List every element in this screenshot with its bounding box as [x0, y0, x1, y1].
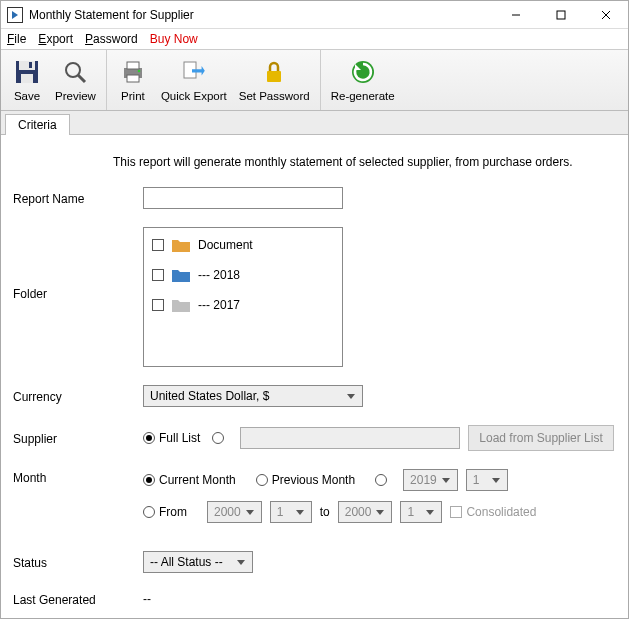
month-previous-option[interactable]: Previous Month	[256, 473, 355, 487]
row-supplier: Supplier Full List Load from Supplier Li…	[13, 425, 616, 451]
folder-item[interactable]: --- 2017	[152, 298, 334, 312]
consolidated-checkbox[interactable]	[450, 506, 462, 518]
radio-icon	[143, 506, 155, 518]
svg-rect-15	[267, 71, 281, 82]
load-supplier-label: Load from Supplier List	[479, 431, 602, 445]
window-controls	[493, 1, 628, 29]
radio-icon	[212, 432, 224, 444]
label-currency: Currency	[13, 388, 143, 404]
status-value: -- All Status --	[150, 555, 223, 569]
row-month: Month Current Month Previous Month 2019	[13, 469, 616, 533]
currency-select[interactable]: United States Dollar, $	[143, 385, 363, 407]
load-supplier-list-button[interactable]: Load from Supplier List	[468, 425, 613, 451]
window-title: Monthly Statement for Supplier	[29, 8, 493, 22]
month-year-value: 2019	[410, 473, 437, 487]
radio-icon	[256, 474, 268, 486]
month-from-label: From	[159, 505, 187, 519]
consolidated-option: Consolidated	[450, 505, 536, 519]
label-report-name: Report Name	[13, 190, 143, 206]
month-current-option[interactable]: Current Month	[143, 473, 236, 487]
menu-export[interactable]: Export	[38, 32, 73, 46]
month-mon-value: 1	[473, 473, 480, 487]
month-year-select[interactable]: 2019	[403, 469, 458, 491]
month-current-label: Current Month	[159, 473, 236, 487]
regenerate-label: Re-generate	[331, 90, 395, 102]
quick-export-label: Quick Export	[161, 90, 227, 102]
month-specific-option[interactable]	[375, 474, 391, 486]
tab-criteria[interactable]: Criteria	[5, 114, 70, 135]
menu-buy-now[interactable]: Buy Now	[150, 32, 198, 46]
menu-file[interactable]: File	[7, 32, 26, 46]
folder-checkbox[interactable]	[152, 269, 164, 281]
export-icon	[178, 56, 210, 88]
regenerate-button[interactable]: Re-generate	[325, 50, 401, 110]
maximize-button[interactable]	[538, 1, 583, 29]
svg-rect-1	[557, 11, 565, 19]
month-previous-label: Previous Month	[272, 473, 355, 487]
status-select[interactable]: -- All Status --	[143, 551, 253, 573]
svg-rect-6	[21, 74, 33, 83]
to-year-select[interactable]: 2000	[338, 501, 393, 523]
toolbar: Save Preview Print Quick Export Set Pa	[1, 49, 628, 111]
folder-checkbox[interactable]	[152, 239, 164, 251]
from-mon-select[interactable]: 1	[270, 501, 312, 523]
label-last-generated: Last Generated	[13, 591, 143, 607]
from-year-value: 2000	[214, 505, 241, 519]
close-button[interactable]	[583, 1, 628, 29]
row-last-generated: Last Generated --	[13, 591, 616, 607]
preview-button[interactable]: Preview	[49, 50, 102, 110]
label-status: Status	[13, 554, 143, 570]
folder-item[interactable]: --- 2018	[152, 268, 334, 282]
supplier-full-list-option[interactable]: Full List	[143, 431, 200, 445]
criteria-panel: This report will generate monthly statem…	[1, 135, 628, 619]
set-password-button[interactable]: Set Password	[233, 50, 316, 110]
currency-value: United States Dollar, $	[150, 389, 269, 403]
supplier-full-list-label: Full List	[159, 431, 200, 445]
folder-name: --- 2017	[198, 298, 240, 312]
folder-name: --- 2018	[198, 268, 240, 282]
radio-icon	[143, 474, 155, 486]
to-mon-value: 1	[407, 505, 414, 519]
quick-export-button[interactable]: Quick Export	[155, 50, 233, 110]
from-mon-value: 1	[277, 505, 284, 519]
folder-name: Document	[198, 238, 253, 252]
label-supplier: Supplier	[13, 430, 143, 446]
lock-icon	[258, 56, 290, 88]
svg-line-9	[78, 75, 85, 82]
menu-password[interactable]: Password	[85, 32, 138, 46]
svg-point-8	[66, 63, 80, 77]
month-from-option[interactable]: From	[143, 505, 187, 519]
label-month: Month	[13, 469, 143, 485]
consolidated-label: Consolidated	[466, 505, 536, 519]
set-password-label: Set Password	[239, 90, 310, 102]
folder-item[interactable]: Document	[152, 238, 334, 252]
tool-group-2: Print Quick Export Set Password	[107, 50, 321, 110]
report-name-input[interactable]	[143, 187, 343, 209]
svg-rect-5	[19, 61, 35, 70]
folder-tree[interactable]: Document --- 2018 --- 2017	[143, 227, 343, 367]
minimize-button[interactable]	[493, 1, 538, 29]
svg-rect-7	[29, 62, 32, 68]
supplier-filter-input	[240, 427, 460, 449]
print-button[interactable]: Print	[111, 50, 155, 110]
row-report-name: Report Name	[13, 187, 616, 209]
save-label: Save	[14, 90, 40, 102]
titlebar: Monthly Statement for Supplier	[1, 1, 628, 29]
print-label: Print	[121, 90, 145, 102]
save-icon	[11, 56, 43, 88]
tool-group-3: Re-generate	[321, 50, 405, 110]
from-year-select[interactable]: 2000	[207, 501, 262, 523]
tabstrip: Criteria	[1, 111, 628, 135]
save-button[interactable]: Save	[5, 50, 49, 110]
label-folder: Folder	[13, 227, 143, 301]
to-mon-select[interactable]: 1	[400, 501, 442, 523]
folder-checkbox[interactable]	[152, 299, 164, 311]
description-text: This report will generate monthly statem…	[13, 155, 616, 169]
month-options: Current Month Previous Month 2019 1	[143, 469, 536, 533]
month-mon-select[interactable]: 1	[466, 469, 508, 491]
last-generated-value: --	[143, 592, 151, 606]
to-label: to	[320, 505, 330, 519]
to-year-value: 2000	[345, 505, 372, 519]
supplier-filter-option[interactable]	[212, 432, 228, 444]
folder-icon	[172, 298, 190, 312]
